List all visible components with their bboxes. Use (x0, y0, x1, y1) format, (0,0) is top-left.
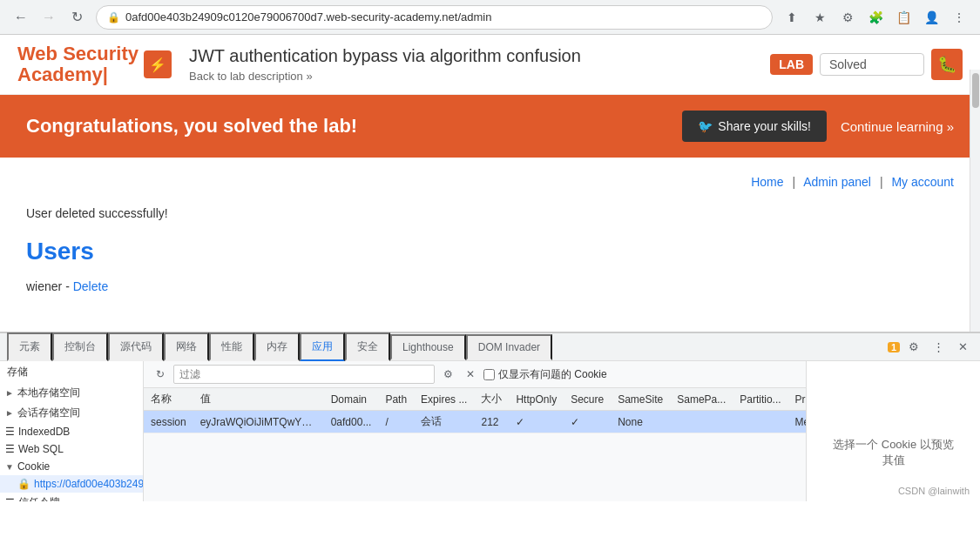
logo-accent: | (103, 64, 108, 85)
sidebar-cookie-url[interactable]: 🔒 https://0afd00e403b249 (0, 475, 143, 493)
devtools-right-panel: 选择一个 Cookie 以预览其值 CSDN @lainwith (806, 361, 980, 501)
share-button[interactable]: ⬆ (780, 5, 804, 30)
puzzle-button[interactable]: 🧩 (863, 5, 888, 30)
tab-dom-invader[interactable]: DOM Invader (466, 334, 552, 360)
bookmark-button[interactable]: ★ (808, 5, 832, 30)
home-link[interactable]: Home (751, 175, 783, 189)
col-domain: Domain (324, 388, 379, 411)
sidebar-websql[interactable]: ☰ Web SQL (0, 440, 143, 458)
profile-button[interactable]: 👤 (919, 5, 943, 30)
logo-line1: Web Security Academy| (17, 44, 139, 85)
sidebar-item-label: IndexedDB (18, 426, 70, 438)
col-size: 大小 (474, 388, 509, 411)
tab-elements[interactable]: 元素 (7, 332, 52, 361)
devtools-tabs: 元素 控制台 源代码 网络 性能 内存 应用 安全 (0, 333, 980, 361)
share-skills-button[interactable]: 🐦 Share your skills! (682, 111, 827, 142)
success-banner: Congratulations, you solved the lab! 🐦 S… (0, 95, 980, 158)
devtools-more-button[interactable]: ⋮ (928, 337, 949, 358)
col-priority: Priority (788, 388, 806, 411)
extensions-button[interactable]: ⚙ (835, 5, 860, 30)
cell-name: session (144, 411, 193, 433)
col-secure: Secure (564, 388, 611, 411)
logo-icon: ⚡ (144, 50, 172, 78)
devtools-toolbar-icons: 1 ⚙ ⋮ ✕ (888, 337, 973, 358)
refresh-button[interactable]: ↻ (151, 365, 170, 384)
cell-domain: 0afd00... (324, 411, 379, 433)
devtools-cookie-toolbar: ↻ ⚙ ✕ 仅显示有问题的 Cookie (144, 361, 806, 388)
cookies-table-header: 名称 值 Domain Path Expires ... 大小 HttpOnly… (144, 388, 806, 411)
reload-button[interactable]: ↻ (64, 5, 89, 30)
lab-icon-button[interactable]: 📋 (891, 5, 916, 30)
forward-button[interactable]: → (37, 5, 61, 30)
sidebar-indexeddb[interactable]: ☰ IndexedDB (0, 423, 143, 440)
tab-console[interactable]: 控制台 (52, 332, 108, 361)
clear-button[interactable]: ✕ (461, 365, 480, 384)
logo-text-block: Web Security Academy| (17, 44, 139, 85)
cookies-table: 名称 值 Domain Path Expires ... 大小 HttpOnly… (144, 388, 806, 433)
sidebar-item-label: 会话存储空间 (17, 406, 80, 420)
url-text: 0afd00e403b24909c0120e79006700d7.web-sec… (125, 10, 491, 23)
filter-settings-button[interactable]: ⚙ (438, 365, 457, 384)
tab-memory[interactable]: 内存 (254, 332, 300, 361)
logo-academy: Academy (17, 64, 103, 85)
main-content: Home | Admin panel | My account User del… (0, 158, 980, 332)
cell-size: 212 (474, 411, 509, 433)
devtools-sidebar: 存储 ► 本地存储空间 ► 会话存储空间 ☰ IndexedDB ☰ Web S… (0, 361, 144, 501)
cookie-preview-area: 选择一个 Cookie 以预览其值 CSDN @lainwith (814, 420, 973, 496)
sidebar-trust-token[interactable]: ☰ 信任令牌 (0, 493, 143, 501)
show-issues-label[interactable]: 仅显示有问题的 Cookie (483, 367, 607, 382)
sidebar-local-storage[interactable]: ► 本地存储空间 (0, 383, 143, 403)
back-button[interactable]: ← (9, 5, 33, 30)
tab-security[interactable]: 安全 (345, 332, 390, 361)
scroll-thumb (972, 73, 979, 108)
menu-button[interactable]: ⋮ (947, 5, 971, 30)
cookie-filter-input[interactable] (173, 365, 435, 384)
secure-icon: 🔒 (107, 11, 120, 23)
tab-application[interactable]: 应用 (300, 332, 345, 361)
continue-learning-link[interactable]: Continue learning » (841, 119, 954, 134)
delete-link[interactable]: Delete (73, 279, 108, 293)
devtools-close-button[interactable]: ✕ (952, 337, 973, 358)
cell-samesite: None (611, 411, 670, 433)
expand-icon: ► (5, 388, 14, 398)
cell-path: / (378, 411, 414, 433)
sidebar-session-storage[interactable]: ► 会话存储空间 (0, 403, 143, 423)
lock-icon: 🔒 (17, 478, 30, 490)
cell-priority: Medium (788, 411, 806, 433)
cell-partition (733, 411, 787, 433)
table-row[interactable]: session eyJraWQiOiJiMTQwYTI0OS1lZGFmLTQ1… (144, 411, 806, 433)
site-header: Web Security Academy| ⚡ JWT authenticati… (0, 35, 980, 95)
col-partition: Partitio... (733, 388, 787, 411)
tab-sources[interactable]: 源代码 (108, 332, 164, 361)
col-name: 名称 (144, 388, 193, 411)
dash: - (65, 279, 73, 293)
tab-performance[interactable]: 性能 (209, 332, 254, 361)
sidebar-cookie[interactable]: ▼ Cookie (0, 458, 143, 475)
tab-lighthouse[interactable]: Lighthouse (390, 334, 466, 360)
success-message: User deleted successfully! (26, 206, 954, 220)
back-to-lab-link[interactable]: Back to lab description » (189, 70, 753, 83)
col-expires: Expires ... (414, 388, 474, 411)
bug-icon: 🐛 (937, 55, 956, 74)
admin-panel-link[interactable]: Admin panel (803, 175, 871, 189)
solved-field[interactable] (820, 53, 924, 76)
my-account-link[interactable]: My account (891, 175, 954, 189)
col-httponly: HttpOnly (509, 388, 564, 411)
header-content: JWT authentication bypass via algorithm … (189, 46, 753, 83)
show-issues-checkbox[interactable] (483, 369, 495, 380)
storage-section-label: 存储 (0, 361, 143, 383)
col-samepath: SamePa... (670, 388, 733, 411)
sidebar-item-label: 本地存储空间 (17, 386, 80, 400)
table-header-row: 名称 值 Domain Path Expires ... 大小 HttpOnly… (144, 388, 806, 411)
address-bar[interactable]: 🔒 0afd00e403b24909c0120e79006700d7.web-s… (96, 5, 773, 30)
sidebar-item-label: 信任令牌 (18, 495, 60, 501)
logo-web: Web Security (17, 43, 139, 64)
sidebar-item-label: Web SQL (18, 443, 64, 455)
cookies-table-body: session eyJraWQiOiJiMTQwYTI0OS1lZGFmLTQ1… (144, 411, 806, 433)
share-label: Share your skills! (718, 119, 811, 133)
expand-icon: ► (5, 408, 14, 418)
tab-network[interactable]: 网络 (164, 332, 209, 361)
devtools-settings-button[interactable]: ⚙ (903, 337, 924, 358)
nav-links: Home | Admin panel | My account (26, 175, 954, 189)
bug-button[interactable]: 🐛 (931, 49, 963, 80)
